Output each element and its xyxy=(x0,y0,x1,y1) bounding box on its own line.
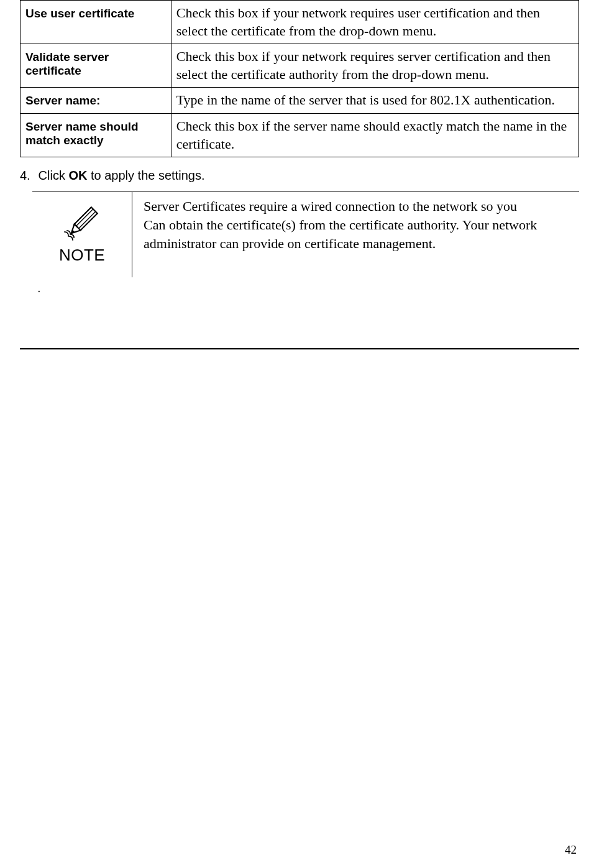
step-text-bold: OK xyxy=(68,169,87,182)
section-divider xyxy=(20,348,579,349)
step-number: 4. xyxy=(20,169,35,183)
setting-label: Validate server certificate xyxy=(21,44,171,88)
note-text: Server Certificates require a wired conn… xyxy=(132,192,579,257)
trailing-dot: . xyxy=(37,281,579,295)
setting-label: Server name should match exactly xyxy=(21,113,171,157)
document-page: Use user certificate Check this box if y… xyxy=(0,0,599,868)
note-block: NOTE Server Certificates require a wired… xyxy=(32,192,579,277)
page-number: 42 xyxy=(565,843,577,857)
table-row: Use user certificate Check this box if y… xyxy=(21,1,579,44)
table-row: Server name should match exactly Check t… xyxy=(21,113,579,157)
note-line2: Can obtain the certificate(s) from the c… xyxy=(144,217,537,251)
setting-label: Use user certificate xyxy=(21,1,171,44)
step-text-suffix: to apply the settings. xyxy=(87,169,204,182)
table-row: Server name: Type in the name of the ser… xyxy=(21,88,579,114)
setting-label: Server name: xyxy=(21,88,171,114)
note-line1: Server Certificates require a wired conn… xyxy=(144,198,517,214)
step-text-prefix: Click xyxy=(39,169,69,182)
note-icon-cell: NOTE xyxy=(32,192,132,277)
instruction-step: 4. Click OK to apply the settings. xyxy=(20,169,579,183)
setting-description: Check this box if your network requires … xyxy=(171,1,578,44)
setting-description: Type in the name of the server that is u… xyxy=(171,88,578,114)
table-row: Validate server certificate Check this b… xyxy=(21,44,579,88)
setting-description: Check this box if the server name should… xyxy=(171,113,578,157)
settings-table: Use user certificate Check this box if y… xyxy=(20,0,579,157)
setting-description: Check this box if your network requires … xyxy=(171,44,578,88)
note-label: NOTE xyxy=(59,246,105,265)
pencil-note-icon xyxy=(60,201,104,244)
